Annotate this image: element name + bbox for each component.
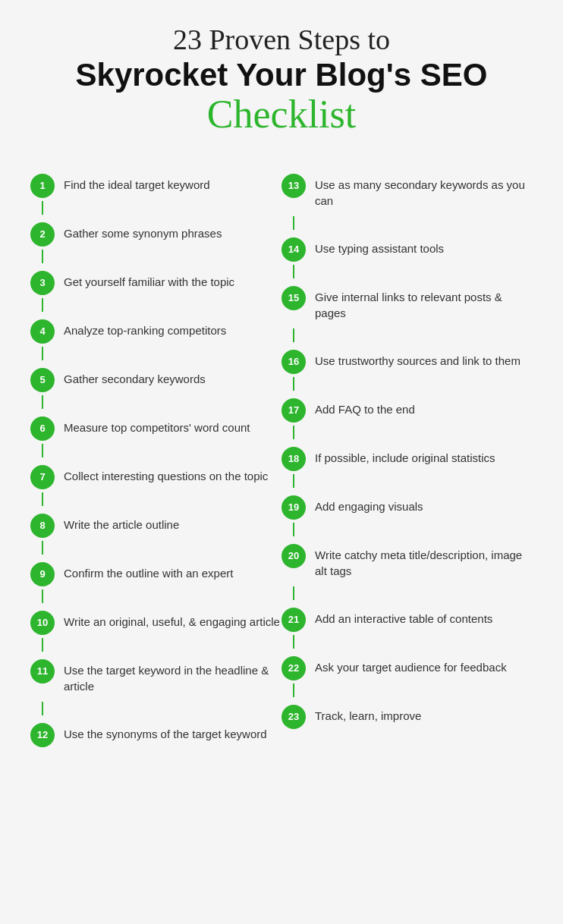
checklist-item-14: 14Use typing assistant tools: [282, 230, 533, 278]
item-text-11: Use the target keyword in the headline &…: [64, 658, 282, 699]
checklist-item-10: 10Write an original, useful, & engaging …: [30, 603, 282, 652]
item-text-3: Get yourself familiar with the topic: [64, 269, 282, 294]
item-connector-11: [42, 702, 43, 715]
item-text-9: Confirm the outline with an expert: [64, 561, 282, 586]
item-connector-21: [293, 635, 294, 649]
item-text-16: Use trustworthy sources and link to them: [315, 348, 533, 373]
checklist-item-19: 19Add engaging visuals: [282, 488, 533, 536]
item-connector-10: [42, 638, 43, 652]
checklist-item-22: 22Ask your target audience for feedback: [282, 649, 533, 697]
left-column: 1Find the ideal target keyword2Gather so…: [30, 166, 282, 750]
item-connector-17: [293, 426, 294, 439]
item-connector-9: [42, 589, 43, 603]
item-number-23: 23: [282, 705, 306, 729]
checklist-item-8: 8Write the article outline: [30, 506, 282, 555]
item-number-12: 12: [30, 723, 55, 747]
item-connector-7: [42, 492, 43, 506]
page-container: 23 Proven Steps to Skyrocket Your Blog's…: [0, 0, 563, 924]
item-connector-1: [42, 201, 43, 215]
right-column: 13Use as many secondary keywords as you …: [282, 166, 533, 750]
item-number-2: 2: [30, 222, 55, 247]
checklist-item-18: 18If possible, include original statisti…: [282, 439, 533, 488]
item-text-14: Use typing assistant tools: [315, 236, 533, 261]
item-number-14: 14: [282, 237, 306, 262]
item-connector-3: [42, 298, 43, 312]
item-number-9: 9: [30, 562, 55, 586]
item-connector-15: [293, 328, 294, 342]
checklist-container: 1Find the ideal target keyword2Gather so…: [30, 166, 533, 750]
item-number-4: 4: [30, 319, 55, 344]
item-text-23: Track, learn, improve: [315, 703, 533, 728]
item-number-1: 1: [30, 174, 55, 198]
item-text-5: Gather secondary keywords: [64, 366, 282, 391]
item-number-22: 22: [282, 656, 306, 680]
checklist-item-16: 16Use trustworthy sources and link to th…: [282, 342, 533, 391]
checklist-item-13: 13Use as many secondary keywords as you …: [282, 166, 533, 230]
item-connector-2: [42, 250, 43, 263]
checklist-item-20: 20Write catchy meta title/description, i…: [282, 536, 533, 600]
item-number-3: 3: [30, 271, 55, 295]
checklist-item-11: 11Use the target keyword in the headline…: [30, 652, 282, 715]
item-connector-19: [293, 523, 294, 536]
item-text-4: Analyze top-ranking competitors: [64, 318, 282, 343]
item-number-15: 15: [282, 286, 306, 310]
item-number-8: 8: [30, 514, 55, 538]
item-number-6: 6: [30, 416, 55, 441]
item-text-22: Ask your target audience for feedback: [315, 655, 533, 680]
page-header: 23 Proven Steps to Skyrocket Your Blog's…: [30, 23, 533, 136]
header-cursive: Checklist: [30, 93, 533, 136]
item-text-10: Write an original, useful, & engaging ar…: [64, 609, 282, 634]
checklist-item-21: 21Add an interactive table of contents: [282, 600, 533, 649]
item-connector-22: [293, 684, 294, 697]
item-number-7: 7: [30, 465, 55, 489]
item-connector-16: [293, 377, 294, 391]
item-text-18: If possible, include original statistics: [315, 445, 533, 470]
checklist-item-15: 15Give internal links to relevant posts …: [282, 278, 533, 342]
checklist-item-17: 17Add FAQ to the end: [282, 391, 533, 439]
item-text-15: Give internal links to relevant posts & …: [315, 284, 533, 325]
item-connector-5: [42, 395, 43, 409]
item-number-17: 17: [282, 398, 306, 423]
checklist-item-2: 2Gather some synonym phrases: [30, 215, 282, 263]
item-connector-18: [293, 474, 294, 488]
checklist-item-1: 1Find the ideal target keyword: [30, 166, 282, 215]
item-text-13: Use as many secondary keywords as you ca…: [315, 172, 533, 213]
checklist-item-6: 6Measure top competitors' word count: [30, 409, 282, 457]
item-number-16: 16: [282, 350, 306, 374]
header-line1: 23 Proven Steps to: [30, 23, 533, 58]
checklist-item-4: 4Analyze top-ranking competitors: [30, 312, 282, 360]
item-text-17: Add FAQ to the end: [315, 397, 533, 422]
item-text-21: Add an interactive table of contents: [315, 606, 533, 631]
item-text-2: Gather some synonym phrases: [64, 221, 282, 246]
checklist-item-9: 9Confirm the outline with an expert: [30, 555, 282, 603]
item-number-21: 21: [282, 608, 306, 632]
item-text-1: Find the ideal target keyword: [64, 172, 282, 197]
item-number-10: 10: [30, 611, 55, 635]
item-connector-20: [293, 586, 294, 600]
item-text-12: Use the synonyms of the target keyword: [64, 721, 282, 746]
item-connector-8: [42, 541, 43, 555]
item-connector-4: [42, 347, 43, 360]
item-number-13: 13: [282, 174, 306, 198]
item-text-6: Measure top competitors' word count: [64, 415, 282, 440]
item-number-11: 11: [30, 659, 55, 684]
item-connector-6: [42, 444, 43, 457]
item-connector-14: [293, 265, 294, 278]
checklist-item-12: 12Use the synonyms of the target keyword: [30, 715, 282, 750]
item-text-19: Add engaging visuals: [315, 494, 533, 519]
item-number-20: 20: [282, 544, 306, 568]
item-text-8: Write the article outline: [64, 512, 282, 537]
item-number-19: 19: [282, 495, 306, 520]
item-number-5: 5: [30, 368, 55, 392]
checklist-item-5: 5Gather secondary keywords: [30, 360, 282, 409]
header-line2: Skyrocket Your Blog's SEO: [30, 58, 533, 93]
checklist-item-3: 3Get yourself familiar with the topic: [30, 263, 282, 312]
item-number-18: 18: [282, 447, 306, 471]
checklist-item-7: 7Collect interesting questions on the to…: [30, 457, 282, 506]
checklist-item-23: 23Track, learn, improve: [282, 697, 533, 732]
item-text-7: Collect interesting questions on the top…: [64, 464, 282, 489]
item-connector-13: [293, 216, 294, 230]
item-text-20: Write catchy meta title/description, ima…: [315, 542, 533, 583]
